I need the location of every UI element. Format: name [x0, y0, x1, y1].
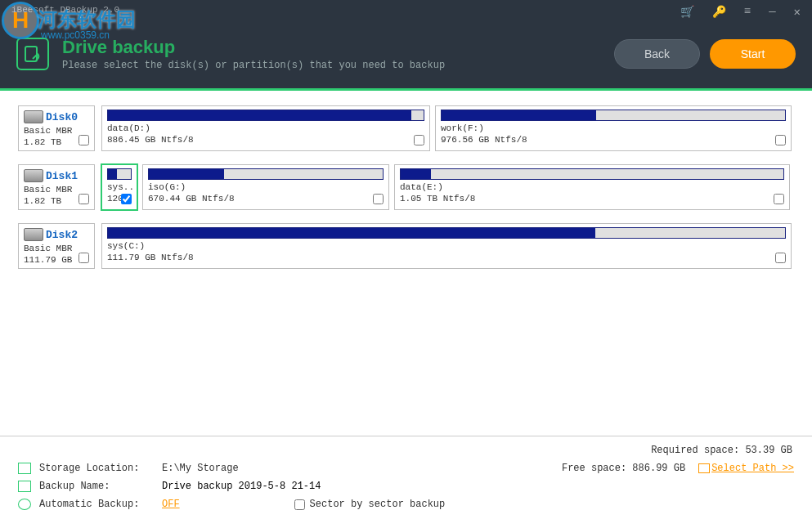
name-icon — [18, 481, 31, 492]
backup-name-label: Backup Name: — [39, 481, 162, 492]
close-icon[interactable]: ✕ — [794, 5, 801, 19]
page-subtitle: Please select the disk(s) or partition(s… — [62, 60, 445, 71]
free-space: Free space: 886.99 GB — [562, 463, 685, 474]
start-button[interactable]: Start — [710, 39, 796, 69]
partition-size: 976.56 GB Ntfs/8 — [441, 135, 786, 145]
disk-name: Disk1 — [46, 170, 78, 182]
partition-group: sys(C:) 111.79 GB Ntfs/8 — [101, 223, 794, 269]
partition-checkbox[interactable] — [774, 194, 784, 204]
harddrive-icon — [24, 228, 43, 241]
usage-bar — [107, 227, 786, 239]
partition[interactable]: data(E:) 1.05 TB Ntfs/8 — [394, 164, 790, 210]
partition[interactable]: sys.. 120. — [101, 164, 137, 210]
partition-name: sys(C:) — [107, 241, 786, 251]
usage-bar — [107, 110, 424, 121]
harddrive-icon — [24, 110, 43, 123]
partition-name: data(D:) — [107, 123, 424, 133]
partition-checkbox[interactable] — [121, 194, 132, 204]
usage-bar — [441, 110, 786, 121]
partition-group: data(D:) 886.45 GB Ntfs/8 work(F:) 976.5… — [101, 105, 794, 151]
disk-checkbox[interactable] — [79, 194, 89, 204]
partition-size: 111.79 GB Ntfs/8 — [107, 253, 786, 262]
harddrive-icon — [24, 169, 43, 182]
disk-row: Disk1 Basic MBR 1.82 TB sys.. 120. iso(G… — [18, 164, 794, 210]
minimize-icon[interactable]: — — [769, 5, 775, 19]
disk-name: Disk0 — [46, 111, 78, 123]
sector-by-sector-label: Sector by sector backup — [310, 499, 446, 510]
disk-checkbox[interactable] — [79, 135, 89, 145]
partition-checkbox[interactable] — [775, 253, 786, 263]
auto-backup-label: Automatic Backup: — [39, 499, 162, 510]
disk-info[interactable]: Disk0 Basic MBR 1.82 TB — [18, 105, 95, 151]
partition-group: sys.. 120. iso(G:) 670.44 GB Ntfs/8 data… — [101, 164, 794, 210]
partition-checkbox[interactable] — [775, 135, 786, 145]
disk-row: Disk0 Basic MBR 1.82 TB data(D:) 886.45 … — [18, 105, 794, 151]
auto-backup-toggle[interactable]: OFF — [162, 499, 180, 510]
window-controls: 🛒 🔑 ≡ — ✕ — [680, 5, 801, 19]
required-space: Required space: 53.39 GB — [18, 445, 794, 456]
sector-by-sector-checkbox[interactable] — [294, 499, 305, 510]
disk-name: Disk2 — [46, 229, 78, 241]
partition-size: 670.44 GB Ntfs/8 — [148, 194, 384, 204]
partition-name: sys.. — [107, 182, 132, 192]
select-path-link[interactable]: Select Path >> — [698, 463, 794, 474]
usage-bar — [400, 168, 784, 180]
folder-icon — [698, 463, 710, 473]
disk-checkbox[interactable] — [79, 253, 89, 263]
partition-name: work(F:) — [441, 123, 786, 133]
menu-icon[interactable]: ≡ — [744, 5, 751, 19]
partition[interactable]: data(D:) 886.45 GB Ntfs/8 — [101, 105, 430, 151]
partition[interactable]: sys(C:) 111.79 GB Ntfs/8 — [101, 223, 792, 269]
storage-location-value: E:\My Storage — [162, 463, 239, 474]
partition-name: data(E:) — [400, 182, 784, 192]
partition-checkbox[interactable] — [373, 194, 384, 204]
partition-size: 1.05 TB Ntfs/8 — [400, 194, 784, 204]
cart-icon[interactable]: 🛒 — [680, 5, 694, 19]
clock-icon — [18, 499, 31, 510]
usage-bar — [107, 168, 132, 180]
disk-info[interactable]: Disk1 Basic MBR 1.82 TB — [18, 164, 95, 210]
disk-list: Disk0 Basic MBR 1.82 TB data(D:) 886.45 … — [0, 91, 812, 297]
partition-size: 886.45 GB Ntfs/8 — [107, 135, 424, 145]
partition[interactable]: work(F:) 976.56 GB Ntfs/8 — [435, 105, 792, 151]
disk-row: Disk2 Basic MBR 111.79 GB sys(C:) 111.79… — [18, 223, 794, 269]
disk-info[interactable]: Disk2 Basic MBR 111.79 GB — [18, 223, 95, 269]
storage-icon — [18, 463, 31, 474]
storage-location-label: Storage Location: — [39, 463, 162, 474]
drive-backup-icon — [16, 38, 49, 70]
key-icon[interactable]: 🔑 — [712, 5, 726, 19]
usage-bar — [148, 168, 384, 180]
back-button[interactable]: Back — [614, 39, 700, 69]
footer: Required space: 53.39 GB Storage Locatio… — [0, 436, 812, 528]
svg-rect-0 — [25, 47, 37, 61]
backup-name-input[interactable] — [162, 481, 342, 492]
header: Drive backup Please select the disk(s) o… — [0, 20, 812, 91]
page-title: Drive backup — [62, 37, 445, 58]
app-title: iBeesoft DBackup 2.0 — [11, 5, 119, 15]
partition[interactable]: iso(G:) 670.44 GB Ntfs/8 — [142, 164, 389, 210]
partition-name: iso(G:) — [148, 182, 384, 192]
partition-checkbox[interactable] — [414, 135, 424, 145]
